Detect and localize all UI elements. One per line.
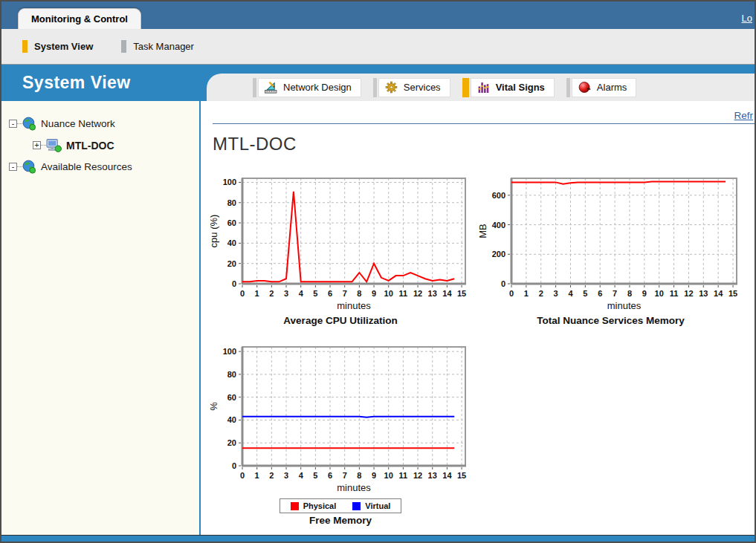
svg-text:400: 400 [492,221,505,230]
nav-item-system-view[interactable]: System View [22,40,93,53]
svg-text:0: 0 [240,289,245,298]
svg-text:3: 3 [554,289,558,298]
svg-text:8: 8 [627,289,632,298]
svg-text:80: 80 [227,370,236,379]
network-design-icon [265,81,277,94]
svg-text:40: 40 [227,238,236,247]
svg-text:minutes: minutes [607,300,642,311]
svg-text:13: 13 [699,289,708,298]
button-label: Vital Signs [496,82,545,93]
svg-text:0: 0 [232,279,236,288]
svg-text:0: 0 [240,471,245,480]
svg-text:3: 3 [284,289,288,298]
bottom-accent-bar [1,535,755,542]
svg-text:14: 14 [714,289,723,298]
button-state-bar [566,78,570,97]
svg-text:2: 2 [269,289,274,298]
svg-text:cpu (%): cpu (%) [208,215,219,248]
svg-text:7: 7 [613,289,617,298]
tree-item-label[interactable]: Available Resources [41,161,132,172]
charts-grid: 0123456789101112131415020406080100minute… [208,172,755,526]
section-header: System View [1,65,755,101]
tree-item-available-resources[interactable]: - Available Resources [1,156,199,178]
tree-item-label[interactable]: MTL-DOC [66,140,114,152]
chart-canvas: 0123456789101112131415020406080100minute… [208,172,473,313]
button-state-bar [462,78,469,97]
tab-monitoring-control[interactable]: Monitoring & Control [18,8,141,29]
svg-text:minutes: minutes [337,300,371,311]
svg-text:4: 4 [299,289,304,298]
vital-signs-button[interactable]: Vital Signs [462,78,555,97]
svg-text:MB: MB [477,224,488,238]
button-state-bar [253,78,256,97]
svg-text:9: 9 [372,289,376,298]
alarms-icon [578,81,591,94]
svg-text:10: 10 [384,289,393,298]
button-label: Alarms [597,82,627,93]
tab-label: Monitoring & Control [31,13,128,25]
tree-expander[interactable]: - [9,163,17,171]
computer-icon [46,138,62,152]
nav-item-task-manager[interactable]: Task Manager [121,40,194,53]
svg-text:8: 8 [357,289,361,298]
network-design-button[interactable]: Network Design [253,78,361,97]
svg-text:15: 15 [457,289,466,298]
svg-text:0: 0 [509,289,514,298]
svg-text:12: 12 [684,289,693,298]
svg-text:5: 5 [583,289,587,298]
refresh-link[interactable]: Refr [734,110,753,121]
content-area: - Nuance Network + [1,101,755,535]
svg-text:20: 20 [227,438,236,447]
tree-expander[interactable]: + [33,141,41,149]
svg-text:13: 13 [428,289,437,298]
header-divider [213,123,755,124]
svg-text:7: 7 [343,289,347,298]
svg-text:0: 0 [501,279,505,288]
svg-text:600: 600 [492,191,505,200]
button-label: Network Design [283,82,352,93]
svg-text:9: 9 [642,289,647,298]
svg-text:100: 100 [223,347,236,356]
total-nuance-services-memory-chart: 01234567891011121314150200400600minutesM… [477,172,744,326]
sidebar-header: System View [1,65,201,101]
chart-title: Average CPU Utilization [208,315,473,326]
button-label: Services [404,82,441,93]
chart-title: Free Memory [208,515,473,526]
tree-item-label[interactable]: Nuance Network [41,118,115,129]
svg-text:3: 3 [284,471,288,480]
free-memory-chart: 0123456789101112131415020406080100minute… [208,341,473,526]
chart-legend: PhysicalVirtual [280,498,402,513]
globe-icon [22,117,36,131]
navigation-tree: - Nuance Network + [1,101,201,535]
tree-expander[interactable]: - [9,120,17,128]
svg-text:100: 100 [223,178,236,186]
legend-swatch [352,502,361,510]
logout-link[interactable]: Lo [742,13,752,24]
chart-canvas: 01234567891011121314150200400600minutesM… [477,172,744,313]
top-title-bar: Monitoring & Control Lo [1,1,755,29]
svg-text:12: 12 [413,471,422,480]
svg-text:2: 2 [539,289,543,298]
button-state-bar [373,78,377,97]
svg-text:10: 10 [655,289,664,298]
svg-text:60: 60 [227,218,236,227]
toolbar-strip: Network Design [207,74,755,101]
svg-text:4: 4 [299,471,304,480]
nav-label: Task Manager [133,41,194,52]
svg-text:13: 13 [428,471,437,480]
alarms-button[interactable]: Alarms [566,78,636,97]
sidebar-title: System View [22,73,131,93]
tree-connector [41,145,46,146]
svg-text:11: 11 [670,289,679,298]
svg-text:8: 8 [357,471,361,480]
svg-text:11: 11 [399,471,408,480]
tree-connector [17,166,22,167]
svg-text:1: 1 [255,289,259,298]
svg-text:20: 20 [227,259,236,268]
svg-text:6: 6 [598,289,602,298]
tree-item-nuance-network[interactable]: - Nuance Network [1,113,199,134]
services-button[interactable]: Services [373,78,450,97]
tree-item-mtl-doc[interactable]: + MTL-DOC [1,134,199,156]
svg-text:40: 40 [227,415,236,424]
toolbar-area: Network Design [201,65,755,101]
